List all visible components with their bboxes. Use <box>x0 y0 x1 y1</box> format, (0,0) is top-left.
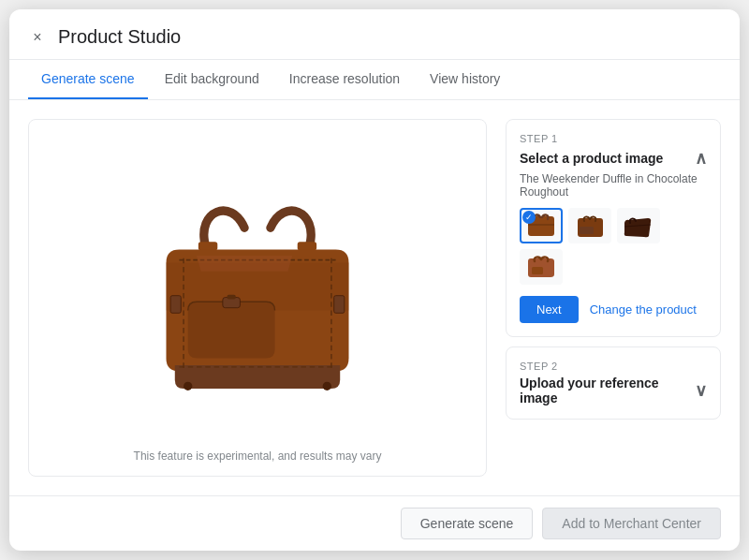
svg-rect-8 <box>580 227 594 234</box>
svg-rect-9 <box>532 267 543 274</box>
thumbnail-1[interactable]: ✓ <box>520 208 563 243</box>
thumbnail-3[interactable] <box>617 208 660 243</box>
step1-chevron-icon[interactable]: ∧ <box>695 148 707 169</box>
add-to-merchant-button[interactable]: Add to Merchant Center <box>542 508 721 539</box>
svg-rect-7 <box>334 296 345 314</box>
step2-label: STEP 2 <box>520 361 707 372</box>
main-content: This feature is experimental, and result… <box>9 100 740 495</box>
close-icon: × <box>33 29 41 46</box>
image-area: This feature is experimental, and result… <box>28 119 487 477</box>
tab-bar: Generate scene Edit background Increase … <box>9 60 740 100</box>
svg-point-4 <box>184 382 192 391</box>
thumbnails-row: ✓ <box>520 208 707 285</box>
tab-edit-background[interactable]: Edit background <box>152 60 272 99</box>
close-button[interactable]: × <box>28 28 47 47</box>
next-button[interactable]: Next <box>520 296 579 323</box>
app-window: × Product Studio Generate scene Edit bac… <box>9 9 740 551</box>
step1-label: STEP 1 <box>520 133 707 144</box>
step1-actions: Next Change the product <box>520 296 707 323</box>
step1-title: Select a product image ∧ <box>520 148 707 169</box>
svg-rect-6 <box>170 296 181 314</box>
tab-increase-resolution[interactable]: Increase resolution <box>276 60 413 99</box>
svg-rect-1 <box>298 242 316 250</box>
image-caption: This feature is experimental, and result… <box>134 440 382 476</box>
app-title: Product Studio <box>58 26 181 48</box>
step2-title: Upload your reference image ∨ <box>520 376 707 405</box>
title-bar: × Product Studio <box>9 9 740 60</box>
thumbnail-4[interactable] <box>520 249 563 285</box>
right-panel: STEP 1 Select a product image ∧ The Week… <box>506 119 721 477</box>
product-image <box>117 158 398 402</box>
footer: Generate scene Add to Merchant Center <box>9 495 740 551</box>
product-image-container <box>29 120 486 440</box>
step2-chevron-icon[interactable]: ∨ <box>695 380 707 401</box>
step1-card: STEP 1 Select a product image ∧ The Week… <box>506 119 721 337</box>
svg-rect-0 <box>198 242 217 250</box>
product-name: The Weekender Duffle in Chocolate Rougho… <box>520 172 707 199</box>
change-product-button[interactable]: Change the product <box>590 302 697 317</box>
tab-view-history[interactable]: View history <box>417 60 513 99</box>
step2-card: STEP 2 Upload your reference image ∨ <box>506 346 721 420</box>
selected-check-icon: ✓ <box>522 211 536 224</box>
svg-rect-3 <box>228 295 236 300</box>
tab-generate-scene[interactable]: Generate scene <box>28 60 148 99</box>
svg-point-5 <box>323 382 331 391</box>
generate-scene-button[interactable]: Generate scene <box>401 508 534 539</box>
thumbnail-2[interactable] <box>568 208 611 243</box>
